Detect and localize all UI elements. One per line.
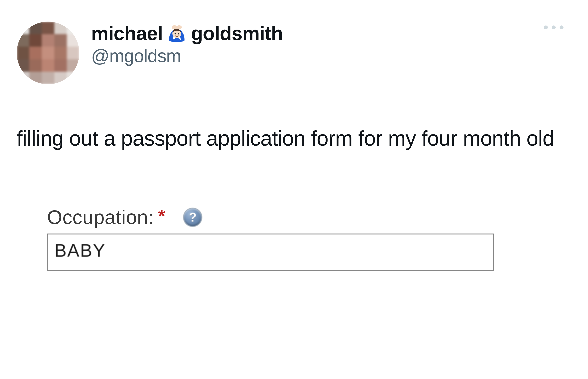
display-name-last: goldsmith	[191, 23, 283, 44]
occupation-input[interactable]: BABY	[47, 234, 494, 271]
ellipsis-dot-icon	[560, 26, 563, 29]
embedded-form-screenshot: Occupation: * ? BABY	[47, 206, 502, 271]
svg-point-3	[175, 33, 176, 34]
author-handle[interactable]: @mgoldsm	[91, 46, 283, 66]
avatar-pixelated-image	[17, 22, 79, 84]
author-name-block: michael	[91, 22, 283, 66]
display-name[interactable]: michael	[91, 23, 283, 44]
form-label-row: Occupation: * ?	[47, 206, 502, 228]
help-icon[interactable]: ?	[184, 208, 202, 226]
display-name-first: michael	[91, 23, 163, 44]
help-icon-glyph: ?	[189, 210, 197, 225]
tweet-container: michael	[0, 0, 588, 379]
svg-point-4	[178, 33, 179, 34]
svg-point-0	[172, 25, 177, 29]
required-asterisk-icon: *	[158, 206, 165, 226]
ellipsis-dot-icon	[544, 26, 548, 29]
ellipsis-dot-icon	[552, 26, 556, 29]
occupation-label: Occupation:	[47, 206, 154, 228]
tweet-text: filling out a passport application form …	[17, 124, 571, 153]
more-options-button[interactable]	[544, 26, 563, 29]
person-gesturing-ok-icon	[167, 24, 186, 43]
avatar[interactable]	[17, 22, 79, 84]
tweet-header: michael	[17, 22, 571, 84]
svg-point-1	[176, 25, 182, 29]
